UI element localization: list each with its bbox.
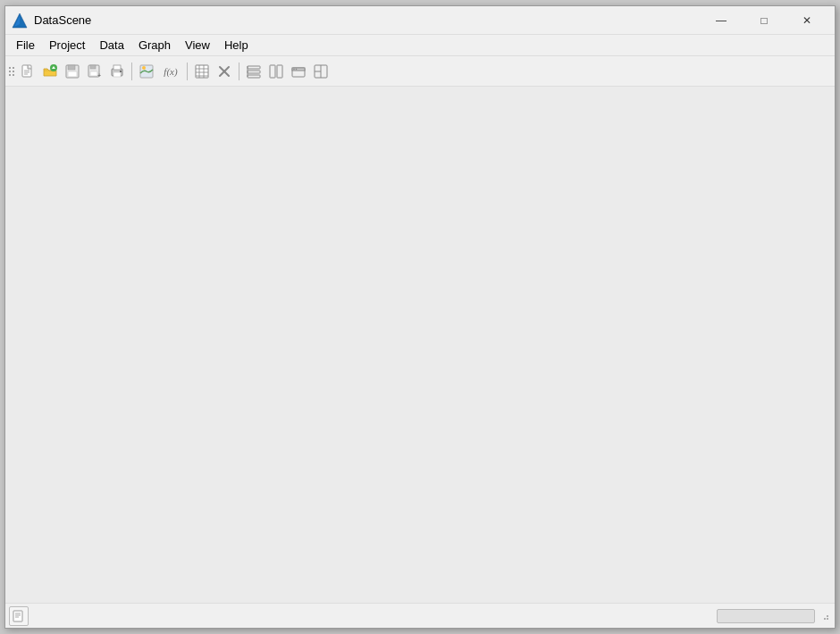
delete-icon	[217, 64, 231, 79]
resize-grip[interactable]	[819, 610, 831, 622]
svg-point-46	[827, 618, 828, 620]
separator-2	[187, 63, 188, 80]
menu-file[interactable]: File	[9, 37, 42, 54]
menu-data[interactable]: Data	[92, 37, 130, 54]
save-button[interactable]	[62, 61, 83, 82]
menu-bar: File Project Data Graph View Help	[5, 35, 835, 56]
title-bar: DataScene — □ ✕	[5, 6, 835, 35]
toolbar: + f(x)	[5, 56, 835, 87]
drag-dots-icon	[9, 67, 14, 76]
resize-grip-icon	[820, 612, 829, 621]
menu-graph[interactable]: Graph	[131, 37, 178, 54]
svg-point-20	[142, 66, 146, 70]
minimize-button[interactable]: —	[701, 9, 742, 32]
main-content-area	[5, 87, 835, 603]
svg-rect-16	[113, 65, 121, 70]
menu-view[interactable]: View	[178, 37, 217, 54]
frame-icon	[291, 64, 306, 79]
columns-icon	[269, 64, 283, 79]
window-controls: — □ ✕	[701, 9, 827, 32]
status-bar	[5, 603, 835, 628]
status-bar-left	[9, 606, 29, 626]
panel-button[interactable]	[310, 61, 332, 82]
save-icon	[65, 64, 80, 79]
title-bar-left: DataScene	[11, 12, 91, 29]
window-title: DataScene	[34, 13, 91, 27]
svg-rect-12	[90, 65, 96, 69]
svg-rect-31	[248, 75, 260, 78]
close-button[interactable]: ✕	[786, 9, 827, 32]
table-icon	[195, 64, 209, 79]
status-bar-right	[717, 609, 831, 623]
panel-icon	[314, 64, 328, 79]
rows-icon	[247, 64, 261, 79]
svg-text:+: +	[97, 72, 101, 79]
svg-rect-13	[90, 71, 97, 76]
export-icon	[139, 64, 154, 79]
svg-point-38	[296, 68, 298, 70]
formula-button[interactable]: f(x)	[158, 61, 183, 82]
open-button[interactable]	[39, 61, 61, 82]
maximize-button[interactable]: □	[743, 9, 785, 32]
svg-rect-9	[68, 65, 75, 70]
svg-rect-33	[270, 65, 275, 78]
svg-point-37	[293, 68, 295, 70]
svg-rect-34	[277, 65, 282, 78]
new-file-icon	[21, 64, 35, 79]
separator-1	[131, 63, 132, 80]
print-icon	[110, 64, 124, 79]
table-button[interactable]	[191, 61, 213, 82]
menu-help[interactable]: Help	[217, 37, 256, 54]
svg-point-18	[120, 71, 122, 72]
columns-button[interactable]	[265, 61, 287, 82]
rows-button[interactable]	[243, 61, 265, 82]
svg-rect-30	[248, 71, 260, 73]
toolbar-drag-handle[interactable]	[9, 63, 14, 80]
svg-point-48	[827, 615, 828, 617]
separator-3	[239, 63, 239, 80]
menu-project[interactable]: Project	[42, 37, 92, 54]
svg-rect-10	[68, 71, 77, 77]
svg-point-47	[824, 618, 826, 620]
print-button[interactable]	[106, 61, 128, 82]
svg-rect-17	[113, 72, 121, 77]
status-icon-button[interactable]	[9, 606, 29, 626]
svg-rect-29	[248, 66, 260, 69]
status-progress-bar	[717, 609, 815, 623]
save-as-button[interactable]: +	[84, 61, 105, 82]
export-button[interactable]	[136, 61, 157, 82]
save-as-icon: +	[88, 64, 102, 79]
svg-rect-42	[13, 611, 22, 621]
app-icon	[11, 12, 29, 29]
delete-button[interactable]	[214, 61, 235, 82]
status-document-icon	[13, 610, 25, 622]
formula-icon: f(x)	[164, 66, 177, 77]
new-button[interactable]	[17, 61, 38, 82]
main-window: DataScene — □ ✕ File Project Data Graph …	[4, 5, 836, 629]
frame-button[interactable]	[288, 61, 309, 82]
open-icon	[43, 64, 57, 79]
